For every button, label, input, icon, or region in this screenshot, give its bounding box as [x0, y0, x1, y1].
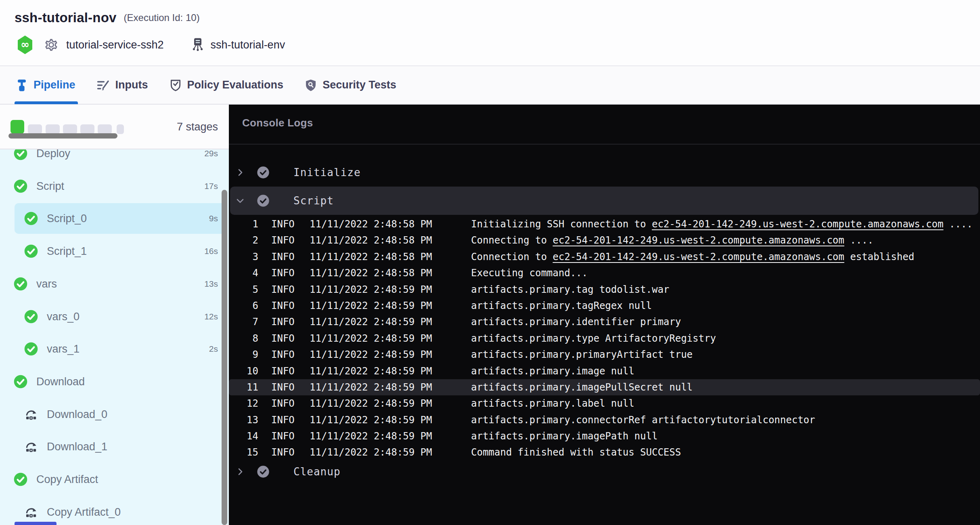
progress-segment[interactable]	[46, 124, 60, 134]
tab-inputs[interactable]: Inputs	[96, 66, 148, 104]
security-icon	[304, 79, 317, 92]
pipeline-icon	[15, 79, 28, 92]
stage-name: Download	[36, 365, 85, 398]
log-line-number: 14	[229, 428, 258, 444]
log-timestamp: 11/11/2022 2:48:59 PM	[310, 428, 432, 444]
stage-duration: 2s	[209, 333, 218, 365]
log-message-text: artifacts.primary.primaryArtifact true	[471, 349, 693, 360]
stage-success-icon	[24, 212, 38, 225]
log-message-text: Initializing SSH connection to	[471, 218, 652, 230]
progress-segment[interactable]	[98, 124, 112, 134]
stage-row-download[interactable]: Download	[0, 365, 229, 398]
log-line-10: 10INFO11/11/2022 2:48:59 PMartifacts.pri…	[229, 363, 980, 379]
tab-security-tests[interactable]: Security Tests	[304, 66, 396, 104]
log-hostname-link[interactable]: ec2-54-201-142-249.us-west-2.compute.ama…	[553, 235, 844, 246]
log-level: INFO	[271, 395, 295, 412]
page-title: ssh-tutorial-nov	[15, 10, 117, 25]
stage-row-script_1[interactable]: Script_116s	[0, 235, 229, 267]
stage-name: vars	[36, 268, 57, 300]
title-row: ssh-tutorial-nov (Execution Id: 10)	[15, 9, 200, 27]
log-line-number: 5	[229, 281, 258, 298]
log-hostname-link[interactable]: ec2-54-201-142-249.us-west-2.compute.ama…	[553, 251, 844, 262]
stage-row-deploy[interactable]: Deploy29s	[0, 149, 229, 170]
log-message: artifacts.primary.label null	[471, 395, 634, 412]
log-message: artifacts.primary.connectorRef artifacto…	[471, 412, 815, 428]
log-message: artifacts.primary.imagePath null	[471, 428, 658, 444]
stage-name: Copy Artifact_0	[47, 496, 121, 525]
log-message-text: Connecting to	[471, 235, 553, 246]
execution-page: ssh-tutorial-nov (Execution Id: 10) ∞ tu…	[0, 0, 980, 525]
progress-horizontal-scrollbar[interactable]	[8, 133, 117, 139]
console-logs-panel: Console Logs Initialize Script 1INFO11/1…	[229, 105, 980, 525]
stage-row-vars_1[interactable]: vars_12s	[0, 333, 229, 365]
log-line-2: 2INFO11/11/2022 2:48:58 PMConnecting to …	[229, 232, 980, 248]
section-cleanup[interactable]: Cleanup	[229, 464, 980, 480]
deployment-success-hexagon-icon: ∞	[15, 35, 35, 55]
progress-segment-complete[interactable]	[10, 120, 24, 134]
tab-bar: PipelineInputsPolicy EvaluationsSecurity…	[0, 65, 980, 105]
success-check-icon	[257, 194, 270, 209]
log-message: Initializing SSH connection to ec2-54-20…	[471, 216, 973, 232]
stage-list-scrollbar[interactable]	[222, 190, 227, 525]
log-message: artifacts.primary.tag todolist.war	[471, 281, 669, 298]
progress-segment[interactable]	[80, 124, 94, 134]
log-message-text: artifacts.primary.type ArtifactoryRegist…	[471, 333, 716, 344]
progress-segment[interactable]	[28, 124, 42, 134]
stage-duration: 16s	[204, 235, 218, 267]
stage-rollback-icon	[24, 505, 38, 519]
log-level: INFO	[271, 412, 295, 428]
section-script[interactable]: Script	[229, 193, 980, 209]
log-line-number: 10	[229, 363, 258, 379]
stage-rollback-icon	[24, 407, 38, 421]
log-line-number: 7	[229, 314, 258, 330]
log-line-13: 13INFO11/11/2022 2:48:59 PMartifacts.pri…	[229, 412, 980, 428]
execution-id-label: (Execution Id: 10)	[124, 12, 200, 23]
stage-row-vars_0[interactable]: vars_012s	[0, 300, 229, 333]
stage-row-script[interactable]: Script17s	[0, 170, 229, 202]
stage-success-icon	[14, 179, 27, 193]
chevron-right-icon[interactable]	[235, 467, 245, 478]
stage-row-download_1[interactable]: Download_1	[0, 430, 229, 463]
chevron-down-icon[interactable]	[235, 196, 245, 207]
tab-pipeline[interactable]: Pipeline	[15, 66, 75, 104]
progress-segment[interactable]	[63, 124, 77, 134]
stage-row-vars[interactable]: vars13s	[0, 268, 229, 300]
service-gear-icon	[44, 37, 59, 52]
service-name[interactable]: tutorial-service-ssh2	[66, 39, 164, 51]
environment-name[interactable]: ssh-tutorial-env	[211, 39, 285, 51]
stage-row-copy-artifact[interactable]: Copy Artifact	[0, 463, 229, 496]
stage-row-copy-artifact_0[interactable]: Copy Artifact_0	[0, 496, 229, 525]
chevron-right-icon[interactable]	[235, 168, 245, 179]
log-line-5: 5INFO11/11/2022 2:48:59 PMartifacts.prim…	[229, 281, 980, 298]
stage-name: Deploy	[36, 149, 70, 170]
log-message-text: Connection to	[471, 251, 553, 262]
tab-policy-evaluations[interactable]: Policy Evaluations	[169, 66, 284, 104]
stage-count-label: 7 stages	[177, 121, 218, 133]
log-line-9: 9INFO11/11/2022 2:48:59 PMartifacts.prim…	[229, 346, 980, 363]
log-level: INFO	[271, 298, 295, 314]
log-line-number: 3	[229, 249, 258, 265]
log-timestamp: 11/11/2022 2:48:59 PM	[310, 379, 432, 395]
stage-row-script_0[interactable]: Script_09s	[0, 202, 229, 235]
log-level: INFO	[271, 444, 295, 460]
section-initialize[interactable]: Initialize	[229, 164, 980, 181]
log-message: Connection to ec2-54-201-142-249.us-west…	[471, 249, 914, 265]
section-label: Initialize	[293, 164, 361, 181]
progress-segment[interactable]	[117, 124, 124, 134]
log-line-number: 13	[229, 412, 258, 428]
log-line-11: 11INFO11/11/2022 2:48:59 PMartifacts.pri…	[229, 379, 980, 395]
log-line-number: 1	[229, 216, 258, 232]
log-line-1: 1INFO11/11/2022 2:48:58 PMInitializing S…	[229, 216, 980, 232]
log-message-text: artifacts.primary.imagePullSecret null	[471, 382, 693, 393]
log-line-number: 2	[229, 232, 258, 248]
console-title: Console Logs	[242, 117, 313, 129]
stage-duration: 9s	[209, 202, 218, 235]
log-line-number: 12	[229, 395, 258, 412]
tab-label: Policy Evaluations	[187, 79, 284, 91]
log-hostname-link[interactable]: ec2-54-201-142-249.us-west-2.compute.ama…	[652, 218, 943, 230]
log-level: INFO	[271, 265, 295, 281]
stage-row-download_0[interactable]: Download_0	[0, 398, 229, 430]
meta-row: ∞ tutorial-service-ssh2	[15, 35, 285, 55]
log-level: INFO	[271, 346, 295, 363]
stage-name: Script_0	[47, 202, 87, 235]
